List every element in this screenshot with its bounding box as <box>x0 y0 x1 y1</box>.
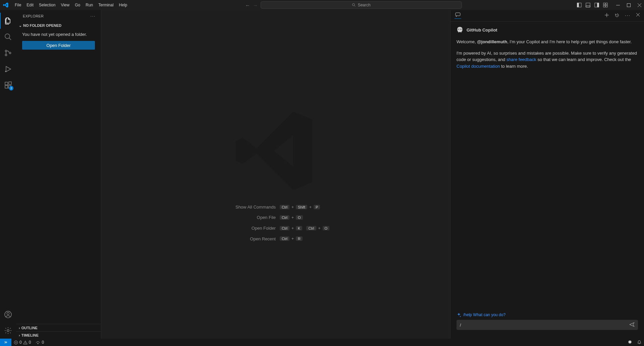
copilot-name: GitHub Copilot <box>467 27 497 33</box>
status-bar: 0 0 0 <box>0 339 644 346</box>
keyboard-key: O <box>296 215 303 220</box>
activity-explorer[interactable] <box>0 13 16 29</box>
svg-point-0 <box>352 4 355 6</box>
gear-icon <box>4 327 12 335</box>
svg-point-38 <box>25 343 25 344</box>
sidebar-more-icon[interactable]: ··· <box>91 14 96 18</box>
shortcut-keys: Ctrl+O <box>280 215 303 220</box>
keyboard-key: Ctrl <box>306 226 316 231</box>
svg-rect-8 <box>603 3 605 5</box>
shortcut-keys: Ctrl+K <box>280 226 302 231</box>
sidebar-section-no-folder[interactable]: ⌄ NO FOLDER OPENED <box>16 22 101 29</box>
titlebar: File Edit Selection View Go Run Terminal… <box>0 0 644 10</box>
status-remote-button[interactable] <box>0 339 11 346</box>
activity-extensions[interactable]: 2 <box>0 77 16 93</box>
svg-rect-9 <box>606 3 607 5</box>
menu-run[interactable]: Run <box>83 1 96 9</box>
activity-source-control[interactable] <box>0 45 16 61</box>
copilot-username: @jondillemuth <box>477 39 507 44</box>
status-problems[interactable]: 0 0 <box>11 340 33 345</box>
send-icon[interactable] <box>629 322 635 328</box>
copilot-chat-input[interactable] <box>460 323 629 328</box>
copilot-icon <box>457 26 463 33</box>
svg-point-27 <box>7 312 9 315</box>
search-icon <box>4 33 12 41</box>
shortcut-row: Show All CommandsCtrl+Shift+P <box>222 205 329 210</box>
close-icon[interactable] <box>636 13 640 19</box>
shortcut-label: Open File <box>222 215 276 220</box>
layout-customize-icon[interactable] <box>603 3 608 7</box>
shortcut-label: Open Recent <box>222 236 276 242</box>
window-close-icon[interactable] <box>637 3 641 7</box>
copilot-help-hint[interactable]: /help What can you do? <box>457 312 638 317</box>
svg-rect-7 <box>597 3 599 7</box>
keyboard-key: Ctrl <box>280 215 289 220</box>
window-maximize-icon[interactable] <box>627 3 631 7</box>
new-chat-icon[interactable] <box>604 13 609 19</box>
outline-label: OUTLINE <box>21 326 38 330</box>
svg-point-18 <box>5 50 7 52</box>
status-ports[interactable]: 0 <box>33 340 46 345</box>
sidebar-explorer: EXPLORER ··· ⌄ NO FOLDER OPENED You have… <box>16 10 101 339</box>
search-icon <box>352 3 356 7</box>
more-icon[interactable]: ··· <box>625 13 631 19</box>
layout-panel-icon[interactable] <box>586 3 590 7</box>
menu-selection[interactable]: Selection <box>36 1 58 9</box>
svg-point-39 <box>38 343 39 344</box>
svg-rect-25 <box>9 82 11 84</box>
layout-primary-sidebar-icon[interactable] <box>577 3 582 7</box>
debug-icon <box>4 65 12 73</box>
menu-bar: File Edit Selection View Go Run Terminal… <box>12 1 130 9</box>
nav-back-icon[interactable]: ← <box>245 2 250 8</box>
shortcut-keys: Ctrl+O <box>306 226 329 231</box>
sparkle-icon <box>457 312 461 317</box>
bell-icon <box>637 340 642 345</box>
svg-line-17 <box>9 38 11 40</box>
keyboard-key: Ctrl <box>280 226 289 231</box>
menu-go[interactable]: Go <box>72 1 83 9</box>
activity-bar: 2 <box>0 10 16 339</box>
keyboard-key: Shift <box>296 205 307 210</box>
menu-file[interactable]: File <box>12 1 24 9</box>
svg-point-16 <box>5 34 10 39</box>
svg-point-28 <box>7 330 9 332</box>
menu-view[interactable]: View <box>58 1 72 9</box>
warning-icon <box>23 340 28 345</box>
timeline-label: TIMELINE <box>21 333 39 337</box>
activity-settings[interactable] <box>0 323 16 339</box>
copilot-chat-tab[interactable] <box>454 13 461 19</box>
activity-search[interactable] <box>0 29 16 45</box>
editor-watermark: Show All CommandsCtrl+Shift+POpen FileCt… <box>101 10 450 339</box>
remote-icon <box>3 340 8 345</box>
status-copilot[interactable] <box>625 340 635 345</box>
copilot-panel: ··· GitHub Copilot Welcome, @jondillemut… <box>450 10 644 339</box>
command-center-search[interactable]: Search <box>261 1 462 9</box>
chevron-right-icon: › <box>19 333 20 337</box>
svg-point-21 <box>5 71 6 72</box>
activity-run-debug[interactable] <box>0 61 16 77</box>
nav-forward-icon[interactable]: → <box>253 2 258 8</box>
sidebar-section-timeline[interactable]: › TIMELINE <box>16 331 101 339</box>
history-icon[interactable] <box>614 13 620 19</box>
menu-terminal[interactable]: Terminal <box>96 1 116 9</box>
status-notifications[interactable] <box>635 340 644 345</box>
svg-rect-10 <box>603 5 605 7</box>
sidebar-no-folder-desc: You have not yet opened a folder. <box>22 32 95 37</box>
link-copilot-docs[interactable]: Copilot documentation <box>457 64 500 69</box>
menu-edit[interactable]: Edit <box>24 1 36 9</box>
keyboard-key: K <box>296 226 302 231</box>
files-icon <box>4 17 12 25</box>
chevron-right-icon: › <box>19 326 20 330</box>
link-share-feedback[interactable]: share feedback <box>506 57 536 62</box>
extensions-badge: 2 <box>9 86 13 91</box>
sidebar-section-outline[interactable]: › OUTLINE <box>16 324 101 331</box>
source-control-icon <box>4 49 12 57</box>
layout-secondary-sidebar-icon[interactable] <box>594 3 599 7</box>
open-folder-button[interactable]: Open Folder <box>22 41 95 50</box>
search-placeholder: Search <box>358 3 371 7</box>
chevron-down-icon: ⌄ <box>19 23 22 28</box>
menu-help[interactable]: Help <box>116 1 130 9</box>
activity-accounts[interactable] <box>0 306 16 323</box>
vscode-watermark-icon <box>232 107 319 194</box>
window-minimize-icon[interactable] <box>616 3 620 7</box>
